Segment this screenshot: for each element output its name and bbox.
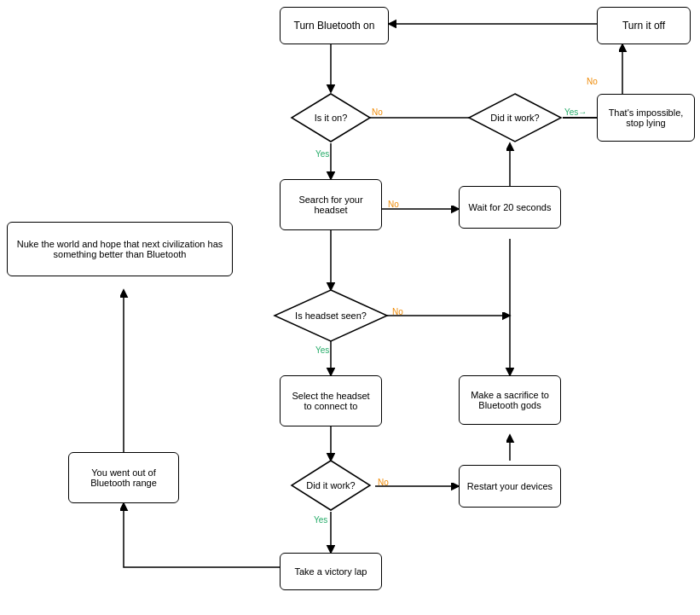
turn-bluetooth-on-node: Turn Bluetooth on (280, 7, 389, 44)
is-headset-seen-node: Is headset seen? (273, 288, 389, 343)
label-is-on-no: No (372, 107, 383, 117)
label-did-work-2-no: No (378, 478, 389, 487)
nuke-node: Nuke the world and hope that next civili… (7, 222, 233, 276)
label-did-work-2-yes: Yes (314, 515, 327, 525)
flowchart: Turn Bluetooth on Turn it off That's imp… (0, 0, 700, 615)
label-is-on-yes: Yes (315, 149, 329, 159)
victory-node: Take a victory lap (280, 553, 382, 590)
search-headset-node: Search for your headset (280, 179, 382, 230)
label-did-work-1-yes: Yes→ (564, 107, 587, 117)
select-headset-node: Select the headset to connect to (280, 375, 382, 426)
turn-it-off-node: Turn it off (597, 7, 691, 44)
label-did-work-1-no: No (587, 77, 598, 86)
did-it-work-1-node: Did it work? (467, 92, 563, 143)
label-is-seen-no: No (392, 307, 403, 316)
wait-20-node: Wait for 20 seconds (459, 186, 561, 229)
did-it-work-2-node: Did it work? (290, 459, 372, 512)
restart-node: Restart your devices (459, 465, 561, 508)
is-it-on-node: Is it on? (290, 92, 372, 143)
impossible-node: That's impossible, stop lying (597, 94, 695, 142)
label-search-no: No (388, 200, 399, 209)
bt-range-node: You went out of Bluetooth range (68, 452, 179, 503)
label-is-seen-yes: Yes (315, 345, 329, 355)
sacrifice-node: Make a sacrifice to Bluetooth gods (459, 375, 561, 425)
